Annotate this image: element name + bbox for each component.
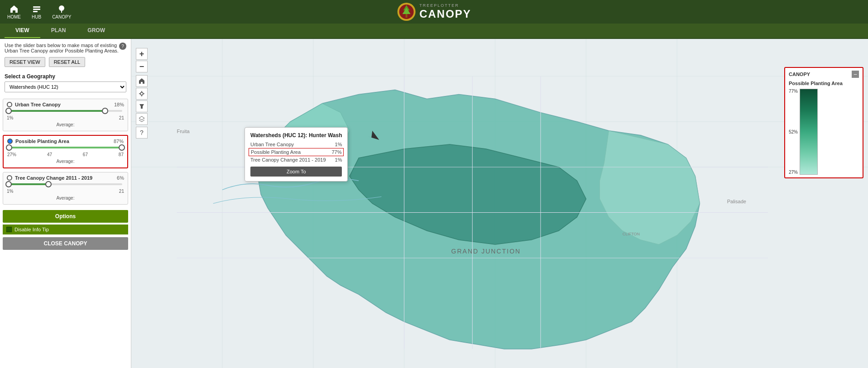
close-canopy-button[interactable]: CLOSE CANOPY bbox=[3, 237, 128, 250]
legend-header: CANOPY – bbox=[789, 71, 859, 78]
utc-thumb-right[interactable] bbox=[102, 108, 108, 114]
disable-info-tip-checkbox[interactable] bbox=[6, 227, 12, 232]
legend-subtitle: Possible Planting Area bbox=[789, 81, 859, 86]
nav-home[interactable]: HOME bbox=[7, 5, 21, 19]
legend-label-77: 77% bbox=[789, 89, 798, 94]
svg-rect-2 bbox=[33, 11, 38, 12]
tcc-track bbox=[9, 183, 122, 185]
map-background: GRAND JUNCTION Fruita Palisade CLIFTON bbox=[131, 39, 868, 368]
utc-track-container bbox=[9, 110, 122, 112]
svg-text:CLIFTON: CLIFTON bbox=[623, 232, 640, 236]
legend-label-52: 52% bbox=[789, 129, 798, 134]
tcc-slider-section: Tree Canopy Change 2011 - 2019 6% 1% 21 … bbox=[3, 172, 128, 205]
tab-view[interactable]: VIEW bbox=[5, 24, 40, 38]
options-button[interactable]: Options bbox=[3, 210, 128, 223]
map-popup: Watersheds (HUC 12): Hunter Wash Urban T… bbox=[245, 127, 348, 182]
utc-slider-left: Urban Tree Canopy bbox=[7, 102, 61, 107]
popup-ppa-label: Possible Planting Area bbox=[251, 149, 301, 155]
ppa-slider-section: Possible Planting Area 87% 27% 47 67 87 … bbox=[3, 135, 128, 168]
popup-row-utc: Urban Tree Canopy 1% bbox=[250, 141, 342, 148]
nav-canopy-label: CANOPY bbox=[52, 14, 71, 19]
ppa-slider-header: Possible Planting Area 87% bbox=[7, 139, 124, 144]
layers-button[interactable] bbox=[136, 113, 148, 125]
svg-text:Fruita: Fruita bbox=[177, 129, 190, 134]
legend-label-27: 27% bbox=[789, 170, 798, 175]
disable-info-tip-bar: Disable Info Tip bbox=[3, 225, 128, 234]
popup-utc-label: Urban Tree Canopy bbox=[250, 142, 294, 147]
legend-title: CANOPY bbox=[789, 72, 810, 77]
tcc-labels: 1% 21 bbox=[7, 189, 124, 194]
reset-buttons: RESET VIEW RESET ALL bbox=[0, 55, 131, 71]
ppa-thumb-left[interactable] bbox=[6, 144, 12, 151]
brand-center: TREEPLOTTER CANOPY bbox=[397, 2, 471, 21]
utc-thumb-left[interactable] bbox=[5, 108, 12, 114]
tcc-thumb-left[interactable] bbox=[5, 181, 12, 187]
legend-gradient bbox=[800, 89, 818, 175]
utc-slider-header: Urban Tree Canopy 18% bbox=[7, 102, 124, 107]
utc-radio[interactable] bbox=[7, 102, 12, 107]
legend-minimize-button[interactable]: – bbox=[852, 71, 859, 78]
main-layout: Use the slider bars below to make maps o… bbox=[0, 39, 868, 368]
utc-slider-section: Urban Tree Canopy 18% 1% 21 Average: bbox=[3, 99, 128, 131]
top-nav: HOME HUB CANOPY TREEPLOTTER CANOPY bbox=[0, 0, 868, 24]
help-icon[interactable]: ? bbox=[119, 43, 126, 50]
tab-plan[interactable]: PLAN bbox=[40, 24, 77, 38]
popup-row-tcc: Tree Canopy Change 2011 - 2019 1% bbox=[250, 157, 342, 163]
tcc-track-container bbox=[9, 183, 122, 185]
utc-fill bbox=[9, 110, 105, 112]
nav-home-label: HOME bbox=[7, 14, 21, 19]
utc-max: 18% bbox=[114, 102, 124, 107]
tab-bar: VIEW PLAN GROW bbox=[0, 24, 868, 39]
nav-hub-label: HUB bbox=[32, 14, 41, 19]
brand-bottom: CANOPY bbox=[419, 8, 471, 20]
home-button[interactable] bbox=[136, 75, 148, 87]
zoom-in-button[interactable]: + bbox=[136, 48, 148, 60]
zoom-out-button[interactable]: − bbox=[136, 61, 148, 72]
location-button[interactable] bbox=[136, 88, 148, 100]
panel-description: Use the slider bars below to make maps o… bbox=[0, 39, 131, 55]
filter-button[interactable] bbox=[136, 100, 148, 112]
ppa-fill bbox=[9, 147, 122, 148]
utc-labels: 1% 21 bbox=[7, 115, 124, 120]
popup-utc-value: 1% bbox=[335, 142, 342, 147]
nav-hub[interactable]: HUB bbox=[32, 5, 41, 19]
tcc-radio[interactable] bbox=[7, 175, 12, 181]
left-panel: Use the slider bars below to make maps o… bbox=[0, 39, 131, 368]
ppa-thumb-right[interactable] bbox=[119, 144, 125, 151]
popup-ppa-value: 77% bbox=[331, 149, 341, 155]
map-controls: + − ? bbox=[136, 48, 148, 139]
utc-average: Average: bbox=[7, 122, 124, 127]
nav-canopy[interactable]: CANOPY bbox=[52, 5, 71, 19]
popup-tcc-value: 1% bbox=[335, 157, 342, 162]
ppa-average: Average: bbox=[7, 159, 124, 164]
svg-marker-39 bbox=[139, 104, 144, 109]
reset-view-button[interactable]: RESET VIEW bbox=[5, 57, 45, 67]
legend-labels: 77% 52% 27% bbox=[789, 89, 800, 175]
tcc-slider-left: Tree Canopy Change 2011 - 2019 bbox=[7, 175, 92, 181]
svg-text:GRAND JUNCTION: GRAND JUNCTION bbox=[451, 248, 521, 255]
svg-rect-1 bbox=[33, 9, 40, 10]
tcc-max: 6% bbox=[117, 175, 124, 181]
svg-marker-40 bbox=[139, 116, 144, 120]
popup-title: Watersheds (HUC 12): Hunter Wash bbox=[250, 132, 342, 139]
map-area[interactable]: GRAND JUNCTION Fruita Palisade CLIFTON +… bbox=[131, 39, 868, 368]
ppa-labels: 27% 47 67 87 bbox=[7, 152, 124, 157]
ppa-radio[interactable] bbox=[7, 139, 13, 144]
svg-point-3 bbox=[59, 5, 64, 11]
tcc-title: Tree Canopy Change 2011 - 2019 bbox=[15, 175, 92, 181]
geography-select[interactable]: Watersheds (HUC 12) bbox=[5, 81, 126, 92]
ppa-slider-left: Possible Planting Area bbox=[7, 139, 69, 144]
reset-all-button[interactable]: RESET ALL bbox=[49, 57, 86, 67]
tcc-thumb-right[interactable] bbox=[45, 181, 52, 187]
svg-rect-9 bbox=[405, 14, 407, 18]
ppa-track-container bbox=[9, 147, 122, 148]
description-text: Use the slider bars below to make maps o… bbox=[5, 43, 119, 53]
help-map-button[interactable]: ? bbox=[136, 127, 148, 139]
legend-panel: CANOPY – Possible Planting Area 77% 52% … bbox=[784, 67, 863, 178]
svg-text:Palisade: Palisade bbox=[727, 199, 746, 205]
tab-grow[interactable]: GROW bbox=[77, 24, 116, 38]
popup-tcc-label: Tree Canopy Change 2011 - 2019 bbox=[250, 157, 326, 162]
ppa-track bbox=[9, 147, 122, 148]
zoom-to-button[interactable]: Zoom To bbox=[250, 167, 342, 177]
tcc-fill bbox=[9, 183, 48, 185]
